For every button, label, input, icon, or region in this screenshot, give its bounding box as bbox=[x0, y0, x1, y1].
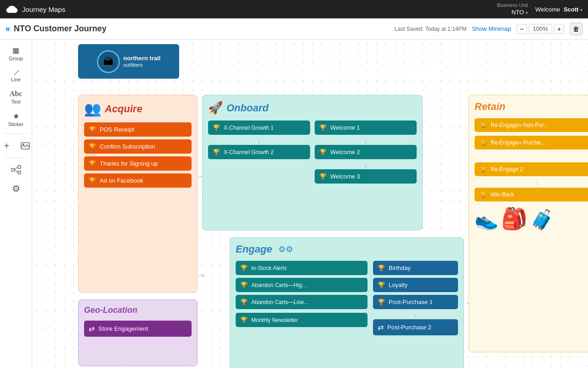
onboard-right-col: 🏆 Welcome 1 ↓ 🏆 Welcome 2 ↓ 🏆 Welcome 3 bbox=[315, 121, 417, 186]
onboard-header: 🚀 Onboard bbox=[208, 101, 417, 115]
engage-right-1[interactable]: 🏆 Loyalty bbox=[373, 278, 458, 292]
retain-card-1[interactable]: 🏆 Re-Engage» Purcha… bbox=[475, 136, 588, 150]
engage-card-0[interactable]: 🏆 In-Stock Alerts bbox=[236, 261, 368, 275]
onboard-card-0[interactable]: 🏆 X-Channel Growth 1 bbox=[208, 121, 310, 135]
app-title: Journey Maps bbox=[22, 6, 65, 13]
sidebar-add-group: + bbox=[0, 138, 34, 154]
sidebar-label-line: Line bbox=[11, 77, 21, 82]
arrow-down-3: ↓ bbox=[315, 162, 417, 169]
top-navigation: Journey Maps Business Unit NTO ▾ Welcome… bbox=[0, 0, 588, 18]
add-button[interactable]: + bbox=[0, 138, 15, 154]
sidebar-item-group[interactable]: ▦ Group bbox=[2, 43, 30, 64]
onboard-welcome-0[interactable]: 🏆 Welcome 1 bbox=[315, 121, 417, 135]
trophy-icon: 🏆 bbox=[240, 299, 248, 305]
welcome-user: Welcome Scott ▾ bbox=[535, 6, 582, 13]
back-button[interactable]: « bbox=[6, 24, 10, 34]
zoom-control: − 100% + bbox=[517, 24, 564, 34]
retain-title: Retain bbox=[475, 101, 505, 112]
engage-right-0[interactable]: 🏆 Birthday bbox=[373, 261, 458, 275]
engage-right-3[interactable]: ⇄ Post-Purchase 2 bbox=[373, 319, 458, 335]
retain-area: Retain 🏆 Re-Engage» Non-Pur… 🏆 Re-Engage… bbox=[469, 95, 588, 352]
image-button[interactable] bbox=[17, 138, 34, 154]
sidebar-item-sticker[interactable]: ★ Sticker bbox=[2, 109, 30, 130]
zoom-value: 100% bbox=[529, 24, 552, 34]
line-icon: — bbox=[11, 67, 21, 77]
engage-left-col: 🏆 In-Stock Alerts 🏆 Abandon Carts—Hig… 🏆… bbox=[236, 261, 368, 338]
engage-title: Engage bbox=[236, 243, 272, 255]
onboard-card-1[interactable]: 🏆 X-Channel Growth 2 bbox=[208, 145, 310, 159]
nto-logo-text: northern trail bbox=[124, 55, 161, 62]
trophy-icon: 🏆 bbox=[378, 299, 385, 305]
delete-button[interactable]: 🗑 bbox=[570, 23, 582, 35]
nto-logo: 🏔 northern trail outfitters bbox=[78, 44, 179, 79]
connect-icon bbox=[11, 165, 22, 176]
onboard-welcome-2[interactable]: 🏆 Welcome 3 bbox=[315, 169, 417, 184]
engage-card-3[interactable]: 🏆 Monthly Newsletter bbox=[236, 313, 368, 327]
geo-title: Geo-Location bbox=[84, 305, 137, 315]
connect-button[interactable] bbox=[8, 162, 24, 178]
image-icon bbox=[21, 142, 30, 150]
acquire-icon: 👥 bbox=[84, 101, 101, 117]
trophy-icon: 🏆 bbox=[319, 149, 327, 155]
topnav-right: Business Unit NTO ▾ Welcome Scott ▾ bbox=[497, 2, 582, 16]
product-boot: 👟 bbox=[475, 208, 498, 231]
arrow-down-retain: ↓ bbox=[475, 180, 588, 186]
acquire-card-2[interactable]: 🏆 Thanks for Signing up bbox=[84, 156, 192, 171]
acquire-card-1[interactable]: 🏆 Confirm Subscription bbox=[84, 139, 192, 154]
svg-line-9 bbox=[14, 167, 18, 170]
zoom-out-button[interactable]: − bbox=[517, 24, 527, 34]
engage-area: Engage ⚙⚙ 🏆 In-Stock Alerts 🏆 Abandon Ca… bbox=[230, 237, 464, 368]
trophy-icon-0: 🏆 bbox=[89, 126, 96, 133]
curved-arrow-area bbox=[475, 153, 588, 162]
sidebar-item-text[interactable]: Abc Text bbox=[2, 87, 30, 107]
user-dropdown-arrow[interactable]: ▾ bbox=[580, 7, 582, 12]
settings-button[interactable]: ⚙ bbox=[8, 180, 24, 197]
trophy-icon: 🏆 bbox=[213, 149, 220, 155]
page-title: NTO Customer Journey bbox=[14, 24, 107, 34]
trophy-icon: 🏆 bbox=[240, 282, 248, 288]
onboard-title: Onboard bbox=[226, 102, 269, 114]
sidebar-divider bbox=[5, 133, 28, 134]
retain-card-2[interactable]: 🏆 Re-Engage 2 bbox=[475, 162, 588, 176]
trophy-icon: 🏆 bbox=[240, 264, 248, 271]
left-sidebar: ▦ Group — Line Abc Text ★ Sticker + bbox=[0, 40, 32, 368]
sidebar-label-group: Group bbox=[9, 56, 23, 61]
onboard-left-col: 🏆 X-Channel Growth 1 ↓ 🏆 X-Channel Growt… bbox=[208, 121, 310, 186]
canvas: 🏔 northern trail outfitters 👥 Acquire 🏆 … bbox=[32, 40, 588, 368]
acquire-area: 👥 Acquire 🏆 POS Receipt 🏆 Confirm Subscr… bbox=[78, 95, 198, 293]
show-minimap-link[interactable]: Show Minimap bbox=[472, 25, 511, 32]
trophy-icon: 🏆 bbox=[480, 122, 487, 128]
toolbar-right: Last Saved: Today at 1:14PM Show Minimap… bbox=[395, 23, 582, 35]
engage-right-2[interactable]: 🏆 Post-Purchase 1 bbox=[373, 295, 458, 309]
onboard-welcome-1[interactable]: 🏆 Welcome 2 bbox=[315, 145, 417, 159]
retain-header: Retain bbox=[475, 101, 588, 113]
arrow-acquire-engage: → bbox=[197, 270, 207, 282]
sidebar-divider-2 bbox=[5, 158, 28, 158]
trophy-icon: 🏆 bbox=[480, 139, 487, 146]
acquire-card-0[interactable]: 🏆 POS Receipt bbox=[84, 122, 192, 137]
group-icon: ▦ bbox=[12, 46, 19, 55]
engage-card-2[interactable]: 🏆 Abandon Carts—Low… bbox=[236, 295, 368, 309]
svg-rect-7 bbox=[18, 166, 21, 168]
zoom-in-button[interactable]: + bbox=[554, 24, 564, 34]
acquire-header: 👥 Acquire bbox=[84, 101, 192, 117]
onboard-columns: 🏆 X-Channel Growth 1 ↓ 🏆 X-Channel Growt… bbox=[208, 121, 417, 186]
trophy-icon: 🏆 bbox=[480, 166, 487, 172]
engage-columns: 🏆 In-Stock Alerts 🏆 Abandon Carts—Hig… 🏆… bbox=[236, 261, 458, 338]
engage-card-1[interactable]: 🏆 Abandon Carts—Hig… bbox=[236, 278, 368, 292]
retain-card-0[interactable]: 🏆 Re-Engage» Non-Pur… bbox=[475, 118, 588, 132]
acquire-title: Acquire bbox=[105, 103, 142, 115]
sidebar-item-line[interactable]: — Line bbox=[2, 66, 30, 85]
retain-card-3[interactable]: 🏆 Win-Back bbox=[475, 188, 588, 201]
svg-rect-8 bbox=[18, 171, 21, 174]
dropdown-arrow[interactable]: ▾ bbox=[526, 10, 528, 15]
exchange-icon: ⇄ bbox=[89, 324, 95, 333]
arrow-down-1: ↓ bbox=[208, 138, 310, 145]
acquire-card-3[interactable]: 🏆 Ad on Facebook bbox=[84, 173, 192, 188]
trophy-icon: 🏆 bbox=[480, 191, 487, 198]
geo-location-area: Geo-Location ⇄ Store Engagement bbox=[78, 299, 198, 366]
geo-card-0[interactable]: ⇄ Store Engagement bbox=[84, 321, 192, 337]
geo-header: Geo-Location bbox=[84, 305, 192, 315]
svg-point-3 bbox=[8, 6, 16, 11]
toolbar-left: « NTO Customer Journey bbox=[6, 24, 107, 34]
